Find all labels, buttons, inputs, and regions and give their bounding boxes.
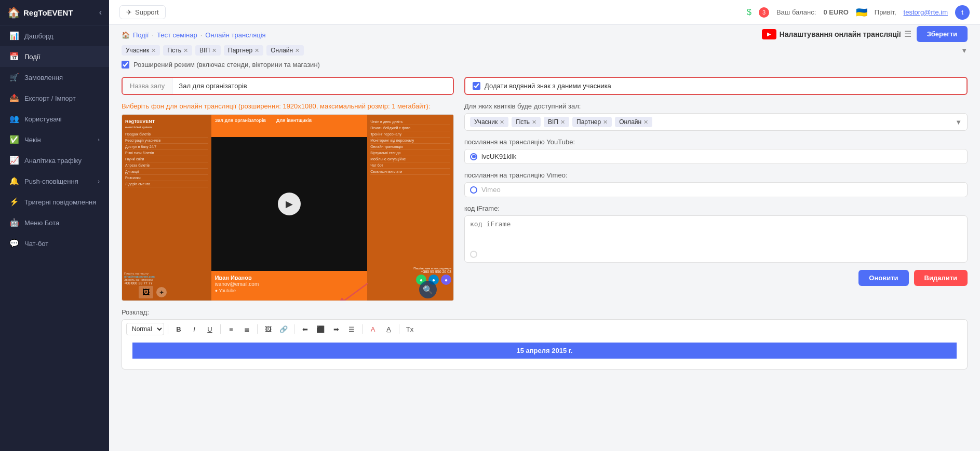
align-left-button[interactable]: ⬅: [298, 322, 312, 336]
background-label: Виберіть фон для онлайн трансляції (розш…: [122, 102, 454, 110]
tag-chip-vip: ВІП ✕: [195, 45, 221, 56]
hamburger-icon[interactable]: ☰: [904, 29, 911, 39]
iframe-input[interactable]: [470, 220, 962, 246]
unordered-list-button[interactable]: ≣: [240, 322, 253, 336]
link-button[interactable]: 🔗: [277, 322, 290, 336]
advanced-mode-label: Розширений режим (включає стенди, віктор…: [133, 61, 320, 69]
breadcrumb-events[interactable]: Події: [133, 31, 149, 39]
sidebar-item-users[interactable]: 👥 Користувачі: [0, 108, 109, 129]
sidebar-item-triggers[interactable]: ⚡ Тригерні повідомлення: [0, 192, 109, 212]
youtube-label: посилання на трансляцію YouTube:: [464, 138, 968, 146]
vimeo-radio[interactable]: [470, 186, 477, 194]
highlight-button[interactable]: A̲: [382, 322, 395, 336]
ticket-remove-icon[interactable]: ✕: [500, 119, 504, 126]
iframe-radio[interactable]: [470, 251, 477, 258]
tickets-label: Для яких квитків буде доступний зал:: [464, 102, 968, 110]
font-color-button[interactable]: A: [366, 322, 380, 336]
sidebar-collapse-button[interactable]: ‹: [99, 8, 102, 17]
preview-right-panel: Чекін в день дивіть Печать бейджей с фот…: [367, 115, 453, 300]
triggers-icon: ⚡: [9, 197, 19, 207]
ticket-remove-icon[interactable]: ✕: [532, 119, 536, 126]
ticket-chip-partner: Партнер ✕: [572, 117, 612, 127]
iframe-label: код iFrame:: [464, 204, 968, 212]
sidebar-item-checkin[interactable]: ✅ Чекін ›: [0, 129, 109, 150]
hall-name-input[interactable]: [172, 78, 453, 94]
ticket-chip-uchasnyk: Учасник ✕: [470, 117, 508, 127]
breadcrumb-sep2: ·: [200, 31, 203, 39]
tag-remove-icon[interactable]: ✕: [183, 47, 188, 54]
sidebar-item-push[interactable]: 🔔 Push-сповіщення ›: [0, 171, 109, 192]
breadcrumb-current[interactable]: Онлайн трансляція: [205, 31, 265, 39]
export-icon: 📤: [9, 93, 19, 103]
format-select[interactable]: Normal: [126, 323, 164, 335]
tickets-dropdown-arrow[interactable]: ▼: [955, 118, 962, 126]
preview-menu-2: Реєстрація учасників: [125, 138, 208, 144]
push-icon: 🔔: [9, 176, 19, 186]
clear-format-button[interactable]: Tx: [403, 322, 417, 336]
youtube-input[interactable]: [481, 153, 962, 160]
checkin-icon: ✅: [9, 135, 19, 144]
save-button[interactable]: Зберегти: [917, 26, 968, 42]
iframe-field: [464, 215, 968, 263]
username-link[interactable]: testorg@rte.im: [904, 8, 948, 16]
vimeo-section: посилання на трансляцію Vimeo:: [464, 171, 968, 197]
greeting-text: Привіт,: [875, 8, 896, 16]
tag-remove-icon[interactable]: ✕: [151, 47, 156, 54]
advanced-mode-checkbox[interactable]: [122, 61, 129, 69]
watermark-row: Додати водяний знак з даними учасника: [464, 77, 968, 95]
toolbar-sep-4: [294, 324, 294, 334]
sidebar-item-label: Аналітика трафіку: [24, 157, 82, 165]
align-center-button[interactable]: ⬛: [314, 322, 327, 336]
justify-button[interactable]: ☰: [345, 322, 358, 336]
topbar-left: ✈ Support: [119, 5, 166, 19]
page-title: Налаштування онлайн трансляції: [780, 30, 901, 38]
vimeo-input[interactable]: [481, 186, 962, 194]
chatbot-icon: 💬: [9, 239, 19, 248]
youtube-field: [464, 149, 968, 164]
image-button[interactable]: 🖼: [261, 322, 275, 336]
date-bar: 15 апреля 2015 г.: [132, 343, 957, 359]
tag-remove-icon[interactable]: ✕: [295, 47, 300, 54]
watermark-checkbox[interactable]: [473, 82, 480, 90]
preview-logo: RegToEVENTevent ticket system: [125, 119, 208, 129]
ticket-remove-icon[interactable]: ✕: [560, 119, 565, 126]
sidebar-item-botmenu[interactable]: 🤖 Меню Бота: [0, 212, 109, 233]
ticket-remove-icon[interactable]: ✕: [643, 119, 648, 126]
botmenu-icon: 🤖: [9, 218, 19, 227]
youtube-radio[interactable]: [470, 153, 477, 160]
sidebar-item-orders[interactable]: 🛒 Замовлення: [0, 67, 109, 88]
ticket-remove-icon[interactable]: ✕: [603, 119, 608, 126]
tag-remove-icon[interactable]: ✕: [212, 47, 217, 54]
advanced-mode-row: Розширений режим (включає стенди, віктор…: [122, 61, 968, 69]
sidebar-item-analytics[interactable]: 📈 Аналітика трафіку: [0, 150, 109, 171]
tags-dropdown-arrow[interactable]: ▼: [961, 47, 968, 54]
sidebar-item-chatbot[interactable]: 💬 Чат-бот: [0, 233, 109, 254]
search-circle-icon[interactable]: 🔍: [419, 281, 437, 298]
sidebar-item-label: Замовлення: [24, 74, 63, 81]
play-button[interactable]: ▶: [278, 193, 301, 215]
delete-button[interactable]: Видалити: [914, 270, 968, 286]
breadcrumb-test-seminar[interactable]: Тест семінар: [157, 31, 197, 39]
support-button[interactable]: ✈ Support: [119, 5, 166, 19]
tag-remove-icon[interactable]: ✕: [254, 47, 259, 54]
align-right-button[interactable]: ➡: [329, 322, 343, 336]
sidebar-item-events[interactable]: 📅 Події: [0, 46, 109, 67]
vimeo-field: [464, 182, 968, 197]
sidebar-item-export[interactable]: 📤 Експорт / Імпорт: [0, 88, 109, 108]
bold-button[interactable]: B: [172, 322, 185, 336]
sidebar-item-dashboard[interactable]: 📊 Дашборд: [0, 25, 109, 46]
ordered-list-button[interactable]: ≡: [224, 322, 238, 336]
share-icon: ✈: [156, 287, 167, 297]
italic-button[interactable]: I: [187, 322, 201, 336]
ticket-types-row: Учасник ✕ Гість ✕ ВІП ✕ Партнер ✕ Онлайн…: [122, 45, 968, 56]
breadcrumb: 🏠 Події · Тест семінар · Онлайн трансляц…: [122, 25, 266, 43]
refresh-button[interactable]: Оновити: [858, 270, 908, 286]
underline-button[interactable]: U: [203, 322, 217, 336]
dollar-icon: $: [747, 8, 751, 17]
push-arrow: ›: [98, 178, 100, 184]
sidebar-item-label: Тригерні повідомлення: [24, 198, 96, 206]
ticket-chip-vip: ВІП ✕: [544, 117, 569, 127]
hall-name-label: Назва залу: [123, 78, 172, 94]
watermark-label: Додати водяний знак з даними учасника: [485, 82, 611, 90]
checkin-arrow: ›: [98, 136, 100, 143]
